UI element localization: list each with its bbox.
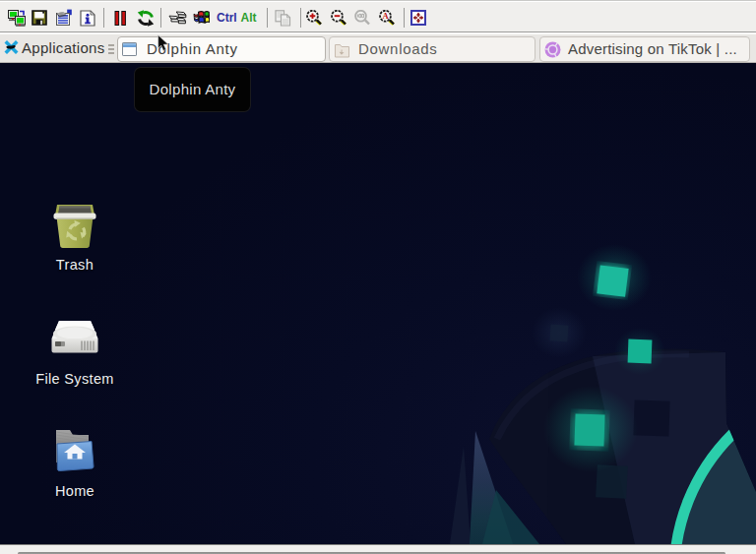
svg-text:A: A xyxy=(382,11,389,21)
